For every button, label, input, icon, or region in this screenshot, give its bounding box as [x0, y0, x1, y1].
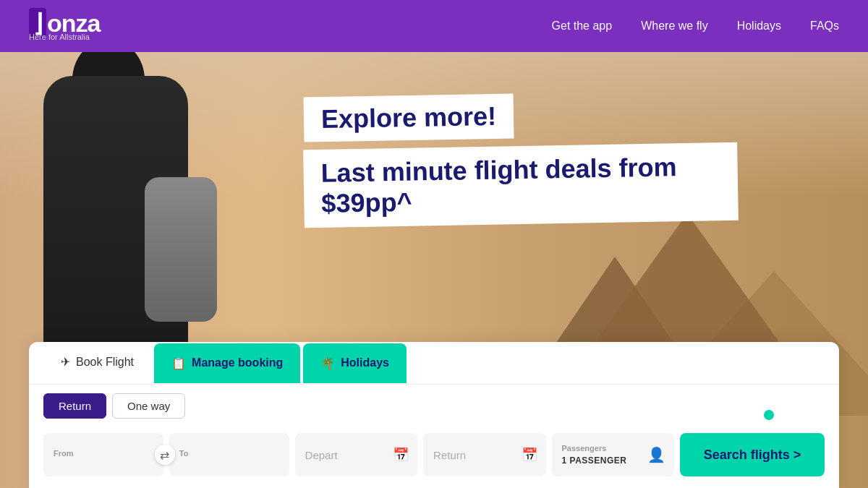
- navbar: ⌋onza Here for Allstralia Get the app Wh…: [0, 0, 868, 52]
- booking-widget: ✈ Book Flight 📋 Manage booking 🌴 Holiday…: [29, 342, 839, 488]
- swap-icon[interactable]: ⇄: [155, 445, 175, 465]
- document-icon: 📋: [171, 356, 186, 370]
- person-icon: 👤: [647, 446, 665, 463]
- booking-tabs: ✈ Book Flight 📋 Manage booking 🌴 Holiday…: [29, 342, 839, 385]
- headline-box-1: Explore more!: [303, 93, 514, 142]
- from-to-wrapper: From ⇄ To: [43, 433, 289, 476]
- logo-text: ⌋onza: [29, 11, 100, 35]
- nav-where-we-fly[interactable]: Where we fly: [641, 20, 707, 33]
- tab-holidays[interactable]: 🌴 Holidays: [303, 343, 407, 383]
- tab-book-flight-label: Book Flight: [76, 356, 134, 369]
- to-label: To: [179, 449, 279, 458]
- tab-manage-booking[interactable]: 📋 Manage booking: [154, 343, 300, 383]
- tab-manage-booking-label: Manage booking: [192, 356, 283, 369]
- nav-holidays[interactable]: Holidays: [737, 20, 781, 33]
- figure-backpack: [145, 177, 217, 322]
- calendar-return-icon: 📅: [522, 447, 537, 463]
- calendar-depart-icon: 📅: [393, 447, 409, 463]
- search-flights-button[interactable]: Search flights >: [680, 433, 825, 476]
- return-button[interactable]: Return: [43, 393, 106, 419]
- logo[interactable]: ⌋onza Here for Allstralia: [29, 11, 100, 41]
- depart-value: Depart: [305, 449, 407, 461]
- return-value: Return: [433, 449, 535, 461]
- tab-holidays-label: Holidays: [341, 356, 389, 369]
- plane-icon: ✈: [61, 355, 70, 369]
- logo-tagline: Here for Allstralia: [29, 33, 100, 41]
- nav-faqs[interactable]: FAQs: [810, 20, 839, 33]
- from-field[interactable]: From ⇄: [43, 433, 163, 476]
- from-label: From: [54, 449, 153, 458]
- headline-box-2: Last minute flight deals from $39pp^: [303, 142, 739, 228]
- hero-section: Explore more! Last minute flight deals f…: [0, 52, 868, 488]
- search-form: From ⇄ To Depart 📅 Return 📅: [29, 427, 839, 488]
- palm-icon: 🌴: [320, 356, 335, 370]
- one-way-button[interactable]: One way: [112, 393, 185, 419]
- passengers-field[interactable]: Passengers 1 PASSENGER 👤: [552, 433, 674, 476]
- nav-get-app[interactable]: Get the app: [552, 20, 613, 33]
- tab-book-flight[interactable]: ✈ Book Flight: [43, 342, 151, 384]
- headline-text-2: Last minute flight deals from $39pp^: [320, 152, 677, 218]
- return-field[interactable]: Return 📅: [423, 433, 545, 476]
- depart-field[interactable]: Depart 📅: [295, 433, 417, 476]
- headline-container: Explore more! Last minute flight deals f…: [304, 95, 738, 224]
- to-field[interactable]: To: [169, 433, 289, 476]
- trip-type-selector: Return One way: [29, 385, 839, 427]
- nav-links: Get the app Where we fly Holidays FAQs: [552, 20, 839, 33]
- dot-indicator: [764, 410, 774, 420]
- headline-text-1: Explore more!: [321, 101, 497, 134]
- hero-figure: [0, 52, 347, 380]
